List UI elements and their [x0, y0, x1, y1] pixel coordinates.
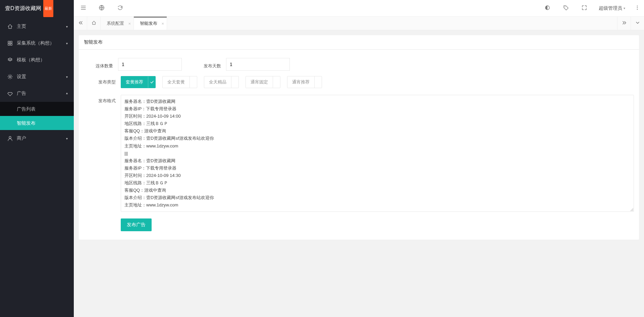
- page-content: 智能发布 连体数量 发布天数: [74, 30, 644, 317]
- topbar: 超级管理员 ▾: [74, 0, 644, 17]
- card-smart-publish: 智能发布 连体数量 发布天数: [79, 35, 639, 240]
- menu-toggle-button[interactable]: [74, 0, 92, 16]
- sidebar-item-template[interactable]: 模板（构想）: [0, 52, 74, 68]
- sidebar-item-label: 模板（构想）: [17, 57, 45, 63]
- tab-label: 智能发布: [140, 20, 157, 26]
- sidebar-sub-smart-publish[interactable]: 智能发布: [0, 116, 74, 130]
- input-qty[interactable]: [118, 58, 182, 71]
- resize-handle-icon[interactable]: [630, 208, 633, 211]
- chevron-down-icon: ▾: [66, 137, 68, 140]
- type-label: 通宵固定: [246, 76, 273, 88]
- label-format: 发布格式: [84, 95, 121, 104]
- lang-button[interactable]: [92, 0, 111, 16]
- format-block: 服务器名：壹D资源收藏网 服务器IP：下载专用登录器 开区时间：2024-10-…: [121, 95, 634, 212]
- svg-point-4: [9, 76, 11, 78]
- tab-home[interactable]: [87, 17, 101, 30]
- chevron-down-icon: ▾: [66, 75, 68, 79]
- chevron-double-left-icon: [78, 20, 83, 26]
- sidebar-item-label: 设置: [17, 74, 26, 80]
- menu-icon: [80, 5, 86, 12]
- expand-icon: [581, 5, 587, 12]
- close-icon[interactable]: ×: [161, 21, 164, 26]
- sidebar-submenu-ads: 广告列表 智能发布: [0, 102, 74, 130]
- type-quantian-taohuang[interactable]: 全天套黄: [162, 76, 197, 88]
- logo-badge: 最新: [43, 0, 53, 17]
- type-label: 全天套黄: [163, 76, 190, 88]
- tabs-scroll-right[interactable]: [617, 17, 631, 30]
- pair-qty: 连体数量: [91, 58, 182, 71]
- theme-icon: [544, 5, 550, 12]
- app-root: 壹D资源收藏网 最新 主页 ▾ 采集系统（构想） ▾: [0, 0, 644, 317]
- user-name: 超级管理员: [599, 5, 622, 11]
- note-button[interactable]: [556, 0, 575, 16]
- row-qty-days-block: 连体数量 发布天数: [84, 58, 634, 71]
- logo-text: 壹D资源收藏网: [5, 0, 41, 17]
- chevron-down-icon: [635, 20, 640, 26]
- check-box-icon: [190, 76, 197, 88]
- sidebar-sub-ads-list[interactable]: 广告列表: [0, 102, 74, 116]
- tab-smart-publish[interactable]: 智能发布 ×: [134, 17, 167, 30]
- tabs-menu[interactable]: [631, 17, 644, 30]
- more-vertical-icon: [634, 5, 640, 12]
- type-tongxiao-guding[interactable]: 通宵固定: [246, 76, 280, 88]
- check-box-icon: [314, 76, 322, 88]
- pair-days: 发布天数: [199, 58, 290, 71]
- svg-point-9: [637, 6, 638, 7]
- sidebar-item-home[interactable]: 主页 ▾: [0, 18, 74, 35]
- row-type: 发布类型 套黄推荐 全天套黄: [84, 76, 634, 88]
- tabs-bar: 系统配置 × 智能发布 ×: [74, 17, 644, 30]
- row-submit: 发布广告: [84, 218, 634, 231]
- layers-icon: [7, 57, 13, 63]
- row-qty-days: 连体数量 发布天数: [84, 58, 634, 71]
- home-icon: [92, 20, 96, 26]
- topbar-left: [74, 0, 129, 16]
- type-tongxiao-tuijian[interactable]: 通宵推荐: [287, 76, 322, 88]
- label-type: 发布类型: [84, 76, 121, 85]
- grid-icon: [7, 41, 13, 46]
- sidebar-item-collect[interactable]: 采集系统（构想） ▾: [0, 35, 74, 52]
- tabs-scroll-left[interactable]: [74, 17, 87, 30]
- main: 超级管理员 ▾: [74, 0, 644, 317]
- check-icon: [148, 76, 155, 88]
- label-empty: [84, 218, 121, 221]
- chevron-down-icon: ▾: [66, 42, 68, 45]
- sidebar-item-label: 广告: [17, 90, 26, 97]
- user-icon: [7, 136, 13, 141]
- sidebar-group-ads: 广告 ▾ 广告列表 智能发布: [0, 85, 74, 130]
- type-quantian-jingpin[interactable]: 全天精品: [204, 76, 239, 88]
- label-qty: 连体数量: [91, 60, 118, 69]
- publish-button[interactable]: 发布广告: [121, 218, 152, 231]
- tab-label: 系统配置: [107, 20, 124, 26]
- card-title: 智能发布: [79, 35, 639, 50]
- type-taohuang-tuijian[interactable]: 套黄推荐: [121, 76, 156, 88]
- svg-rect-0: [8, 41, 10, 43]
- logo[interactable]: 壹D资源收藏网 最新: [0, 0, 74, 17]
- publish-types: 套黄推荐 全天套黄 全天精品: [121, 76, 634, 88]
- sidebar-item-merchant[interactable]: 商户 ▾: [0, 130, 74, 147]
- check-box-icon: [231, 76, 238, 88]
- sidebar: 壹D资源收藏网 最新 主页 ▾ 采集系统（构想） ▾: [0, 0, 74, 317]
- input-days[interactable]: [226, 58, 290, 71]
- tab-system-config[interactable]: 系统配置 ×: [101, 17, 134, 30]
- textarea-format[interactable]: 服务器名：壹D资源收藏网 服务器IP：下载专用登录器 开区时间：2024-10-…: [121, 95, 634, 212]
- close-icon[interactable]: ×: [128, 21, 131, 26]
- user-menu[interactable]: 超级管理员 ▾: [593, 0, 631, 16]
- types-block: 套黄推荐 全天套黄 全天精品: [121, 76, 634, 88]
- globe-icon: [99, 5, 105, 12]
- sidebar-item-ads[interactable]: 广告 ▾: [0, 85, 74, 102]
- type-label: 全天精品: [204, 76, 231, 88]
- chevron-up-icon: ▾: [66, 92, 68, 96]
- sidebar-item-settings[interactable]: 设置 ▾: [0, 68, 74, 85]
- svg-rect-2: [8, 44, 10, 45]
- diamond-icon: [7, 91, 13, 96]
- refresh-button[interactable]: [111, 0, 129, 16]
- more-button[interactable]: [631, 0, 644, 16]
- submit-block: 发布广告: [121, 218, 634, 231]
- type-label: 套黄推荐: [121, 76, 148, 88]
- fullscreen-button[interactable]: [575, 0, 593, 16]
- sidebar-item-label: 采集系统（构想）: [17, 40, 54, 46]
- tag-icon: [563, 5, 569, 12]
- check-box-icon: [273, 76, 280, 88]
- theme-button[interactable]: [538, 0, 556, 16]
- chevron-down-icon: ▾: [624, 6, 625, 10]
